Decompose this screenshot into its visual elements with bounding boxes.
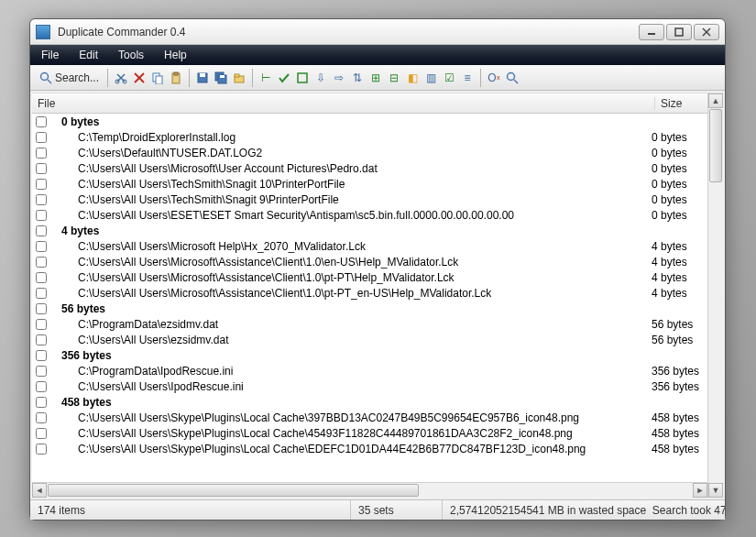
close-button[interactable] (694, 24, 719, 40)
file-row[interactable]: C:\Users\All Users\ezsidmv.dat56 bytes (32, 332, 707, 347)
file-checkbox[interactable] (36, 319, 47, 330)
paste-icon[interactable] (168, 70, 184, 86)
save-icon[interactable] (194, 70, 211, 86)
menu-edit[interactable]: Edit (79, 49, 98, 61)
file-row[interactable]: C:\Users\All Users\TechSmith\Snagit 9\Pr… (32, 192, 707, 207)
hscroll-thumb[interactable] (48, 484, 419, 497)
file-row[interactable]: C:\ProgramData\IpodRescue.ini356 bytes (32, 363, 707, 378)
collapse-icon[interactable]: ⊟ (386, 70, 402, 86)
save-all-icon[interactable] (213, 70, 229, 86)
split-icon[interactable]: ⊢ (257, 70, 274, 86)
file-path: C:\ProgramData\IpodRescue.ini (52, 365, 646, 378)
group-checkbox[interactable] (36, 303, 47, 314)
group-checkbox[interactable] (36, 397, 47, 408)
file-list: File Size 0 bytesC:\Temp\DroidExplorerIn… (32, 93, 707, 498)
vertical-scrollbar[interactable]: ▲ ▼ (707, 93, 723, 498)
file-checkbox[interactable] (36, 272, 47, 283)
open-icon[interactable] (231, 70, 247, 86)
expand-icon[interactable]: ⊞ (367, 70, 384, 86)
scroll-down-icon[interactable]: ▼ (708, 483, 723, 498)
column-size[interactable]: Size (655, 97, 707, 110)
scroll-left-icon[interactable]: ◄ (32, 483, 47, 498)
file-path: C:\Users\All Users\Skype\Plugins\Local C… (52, 443, 646, 455)
arrow-right-icon[interactable]: ⇨ (331, 70, 347, 86)
scroll-up-icon[interactable]: ▲ (708, 93, 723, 108)
file-checkbox[interactable] (36, 444, 47, 455)
check-icon[interactable] (276, 70, 292, 86)
file-row[interactable]: C:\Users\All Users\IpodRescue.ini356 byt… (32, 378, 707, 394)
file-checkbox[interactable] (36, 194, 47, 205)
file-checkbox[interactable] (36, 366, 47, 377)
maximize-button[interactable] (666, 24, 692, 40)
group-row[interactable]: 458 bytes (32, 394, 707, 410)
clear-icon[interactable]: Ox (486, 70, 502, 86)
file-row[interactable]: C:\Users\All Users\ESET\ESET Smart Secur… (32, 207, 707, 223)
group-row[interactable]: 4 bytes (32, 223, 707, 238)
file-size: 356 bytes (646, 365, 699, 378)
check-all-icon[interactable]: ☑ (441, 70, 457, 86)
file-size: 356 bytes (646, 380, 699, 393)
column-file[interactable]: File (32, 97, 655, 110)
copy-icon[interactable] (149, 70, 166, 86)
file-row[interactable]: C:\Users\All Users\Microsoft\Assistance\… (32, 269, 707, 285)
minimize-button[interactable] (639, 24, 664, 40)
file-checkbox[interactable] (36, 241, 47, 252)
file-path: C:\Users\All Users\ezsidmv.dat (52, 334, 646, 346)
file-checkbox[interactable] (36, 257, 47, 268)
file-checkbox[interactable] (36, 132, 47, 143)
horizontal-scrollbar[interactable]: ◄ ► (32, 482, 707, 498)
file-row[interactable]: C:\Users\All Users\Microsoft\Assistance\… (32, 254, 707, 269)
svg-line-25 (514, 80, 518, 83)
file-row[interactable]: C:\Users\All Users\TechSmith\Snagit 10\P… (32, 176, 707, 192)
toggle-icon[interactable]: ◧ (404, 70, 421, 86)
vscroll-thumb[interactable] (709, 109, 722, 182)
file-checkbox[interactable] (36, 210, 47, 221)
uncheck-icon[interactable] (294, 70, 311, 86)
file-row[interactable]: C:\Users\All Users\Microsoft\User Accoun… (32, 160, 707, 176)
file-checkbox[interactable] (36, 163, 47, 174)
list-icon[interactable]: ≡ (459, 70, 476, 86)
sort-icon[interactable]: ⇅ (349, 70, 366, 86)
group-row[interactable]: 56 bytes (32, 301, 707, 316)
delete-icon[interactable] (131, 70, 148, 86)
menu-tools[interactable]: Tools (118, 49, 144, 61)
file-row[interactable]: C:\Users\Default\NTUSER.DAT.LOG20 bytes (32, 145, 707, 160)
group-row[interactable]: 356 bytes (32, 347, 707, 363)
svg-point-4 (41, 72, 49, 80)
file-path: C:\Users\All Users\Microsoft\Assistance\… (52, 256, 646, 268)
file-row[interactable]: C:\Users\All Users\Skype\Plugins\Local C… (32, 425, 707, 441)
menu-help[interactable]: Help (164, 49, 187, 61)
statusbar: 174 items 35 sets 2,57412052154541 MB in… (30, 499, 725, 520)
group-checkbox[interactable] (36, 116, 47, 127)
group-checkbox[interactable] (36, 225, 47, 236)
file-row[interactable]: C:\Users\All Users\Microsoft Help\Hx_207… (32, 238, 707, 254)
file-size: 0 bytes (646, 131, 687, 144)
menu-file[interactable]: File (41, 49, 59, 61)
file-row[interactable]: C:\ProgramData\ezsidmv.dat56 bytes (32, 316, 707, 332)
titlebar[interactable]: Duplicate Commander 0.4 (30, 19, 725, 45)
file-row[interactable]: C:\Users\All Users\Microsoft\Assistance\… (32, 285, 707, 301)
file-checkbox[interactable] (36, 288, 47, 299)
file-row[interactable]: C:\Users\All Users\Skype\Plugins\Local C… (32, 441, 707, 456)
scroll-right-icon[interactable]: ► (693, 483, 707, 498)
rows-container[interactable]: 0 bytesC:\Temp\DroidExplorerInstall.log0… (32, 114, 707, 482)
filter-icon[interactable]: ▥ (422, 70, 439, 86)
file-row[interactable]: C:\Temp\DroidExplorerInstall.log0 bytes (32, 129, 707, 145)
arrow-down-icon[interactable]: ⇩ (312, 70, 329, 86)
search-button[interactable]: Search... (36, 70, 103, 86)
column-headers: File Size (32, 93, 707, 114)
file-checkbox[interactable] (36, 148, 47, 159)
group-row[interactable]: 0 bytes (32, 114, 707, 129)
file-checkbox[interactable] (36, 428, 47, 439)
group-checkbox[interactable] (36, 350, 47, 361)
file-checkbox[interactable] (36, 381, 47, 392)
file-checkbox[interactable] (36, 334, 47, 345)
file-row[interactable]: C:\Users\All Users\Skype\Plugins\Local C… (32, 410, 707, 425)
cut-icon[interactable] (113, 70, 129, 86)
svg-rect-22 (235, 74, 239, 77)
file-checkbox[interactable] (36, 179, 47, 190)
svg-rect-20 (220, 75, 225, 78)
file-checkbox[interactable] (36, 412, 47, 423)
find-icon[interactable] (504, 70, 520, 86)
file-path: C:\Users\All Users\Microsoft\User Accoun… (52, 162, 646, 175)
